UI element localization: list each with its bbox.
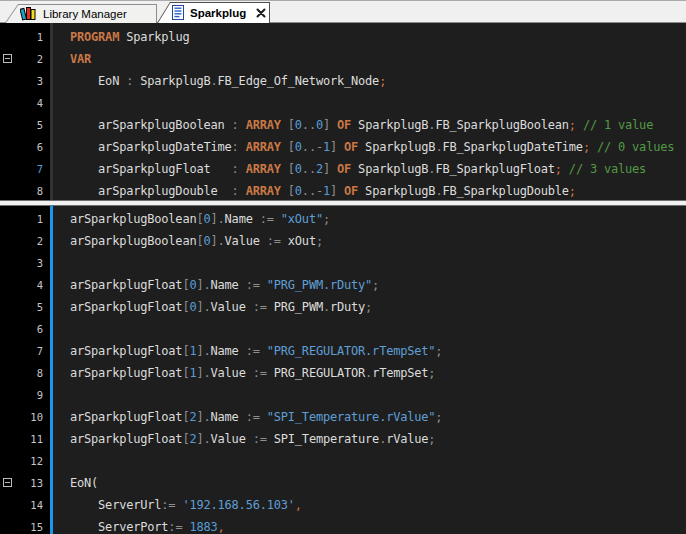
fold-margin <box>0 206 16 534</box>
line-number: 2 <box>16 230 50 252</box>
fold-slot <box>0 158 16 180</box>
line-number: 5 <box>16 114 50 136</box>
line-number: 3 <box>16 252 50 274</box>
line-number: 14 <box>16 494 50 516</box>
code-line[interactable] <box>70 384 686 406</box>
code-line[interactable]: arSparkplugDouble : ARRAY [0..-1] OF Spa… <box>70 180 686 200</box>
fold-collapse-icon[interactable] <box>3 478 12 487</box>
implementation-code[interactable]: arSparkplugBoolean[0].Name := "xOut";arS… <box>53 206 686 534</box>
line-number: 5 <box>16 296 50 318</box>
fold-slot <box>0 428 16 450</box>
line-number: 15 <box>16 516 50 534</box>
line-number: 1 <box>16 208 50 230</box>
line-number: 7 <box>16 340 50 362</box>
declaration-code[interactable]: PROGRAM SparkplugVAR EoN : SparkplugB.FB… <box>53 23 686 200</box>
code-line[interactable]: arSparkplugFloat[1].Value := PRG_REGULAT… <box>70 362 686 384</box>
fold-slot <box>0 92 16 114</box>
fold-collapse-icon[interactable] <box>3 54 12 63</box>
line-number: 1 <box>16 26 50 48</box>
fold-slot <box>0 494 16 516</box>
code-line[interactable]: arSparkplugBoolean[0].Value := xOut; <box>70 230 686 252</box>
line-number: 6 <box>16 318 50 340</box>
code-line[interactable] <box>70 318 686 340</box>
line-number: 4 <box>16 274 50 296</box>
fold-slot <box>0 384 16 406</box>
code-line[interactable] <box>70 252 686 274</box>
code-line[interactable]: arSparkplugFloat[1].Name := "PRG_REGULAT… <box>70 340 686 362</box>
line-number: 6 <box>16 136 50 158</box>
line-number: 4 <box>16 92 50 114</box>
code-line[interactable]: VAR <box>70 48 686 70</box>
code-line[interactable]: arSparkplugBoolean : ARRAY [0..0] OF Spa… <box>70 114 686 136</box>
fold-slot <box>0 70 16 92</box>
line-number: 8 <box>16 362 50 384</box>
line-number: 12 <box>16 450 50 472</box>
line-number: 13 <box>16 472 50 494</box>
fold-slot <box>0 296 16 318</box>
close-x-icon[interactable] <box>256 8 266 18</box>
line-number: 3 <box>16 70 50 92</box>
code-line[interactable]: arSparkplugBoolean[0].Name := "xOut"; <box>70 208 686 230</box>
fold-slot <box>0 274 16 296</box>
line-number: 8 <box>16 180 50 200</box>
line-number: 9 <box>16 384 50 406</box>
code-line[interactable]: EoN( <box>70 472 686 494</box>
fold-slot <box>0 180 16 200</box>
declaration-pane[interactable]: 12345678 PROGRAM SparkplugVAR EoN : Spar… <box>0 23 686 200</box>
tab-label-sparkplug: Sparkplug <box>190 7 246 19</box>
fold-slot <box>0 318 16 340</box>
line-number-gutter: 123456789101112131415 <box>16 206 50 534</box>
code-line[interactable]: arSparkplugFloat : ARRAY [0..2] OF Spark… <box>70 158 686 180</box>
fold-slot <box>0 516 16 534</box>
st-editor: 12345678 PROGRAM SparkplugVAR EoN : Spar… <box>0 23 686 534</box>
st-document-icon <box>172 5 184 20</box>
fold-slot <box>0 48 16 70</box>
fold-slot <box>0 450 16 472</box>
implementation-pane[interactable]: 123456789101112131415 arSparkplugBoolean… <box>0 206 686 534</box>
fold-slot <box>0 136 16 158</box>
fold-slot <box>0 252 16 274</box>
fold-slot <box>0 208 16 230</box>
code-line[interactable]: arSparkplugDateTime: ARRAY [0..-1] OF Sp… <box>70 136 686 158</box>
document-tabbar: Library Manager Sparkplug <box>0 0 686 23</box>
line-number-gutter: 12345678 <box>16 23 50 200</box>
fold-slot <box>0 26 16 48</box>
code-line[interactable] <box>70 92 686 114</box>
fold-margin <box>0 23 16 200</box>
tab-label-library-manager: Library Manager <box>43 8 127 20</box>
fold-slot <box>0 406 16 428</box>
ide-window: Library Manager Sparkplug <box>0 0 686 534</box>
fold-slot <box>0 340 16 362</box>
code-line[interactable] <box>70 450 686 472</box>
fold-slot <box>0 362 16 384</box>
fold-slot <box>0 472 16 494</box>
line-number: 7 <box>16 158 50 180</box>
line-number: 10 <box>16 406 50 428</box>
library-books-icon <box>20 6 37 21</box>
code-line[interactable]: PROGRAM Sparkplug <box>70 26 686 48</box>
code-line[interactable]: arSparkplugFloat[2].Value := SPI_Tempera… <box>70 428 686 450</box>
tab-library-manager[interactable]: Library Manager <box>5 4 157 23</box>
line-number: 2 <box>16 48 50 70</box>
code-line[interactable]: arSparkplugFloat[0].Value := PRG_PWM.rDu… <box>70 296 686 318</box>
code-line[interactable]: EoN : SparkplugB.FB_Edge_Of_Network_Node… <box>70 70 686 92</box>
fold-slot <box>0 230 16 252</box>
fold-slot <box>0 114 16 136</box>
code-line[interactable]: arSparkplugFloat[2].Name := "SPI_Tempera… <box>70 406 686 428</box>
line-number: 11 <box>16 428 50 450</box>
code-line[interactable]: arSparkplugFloat[0].Name := "PRG_PWM.rDu… <box>70 274 686 296</box>
tab-sparkplug[interactable]: Sparkplug <box>157 2 270 23</box>
code-line[interactable]: ServerPort:= 1883, <box>70 516 686 534</box>
code-line[interactable]: ServerUrl:= '192.168.56.103', <box>70 494 686 516</box>
